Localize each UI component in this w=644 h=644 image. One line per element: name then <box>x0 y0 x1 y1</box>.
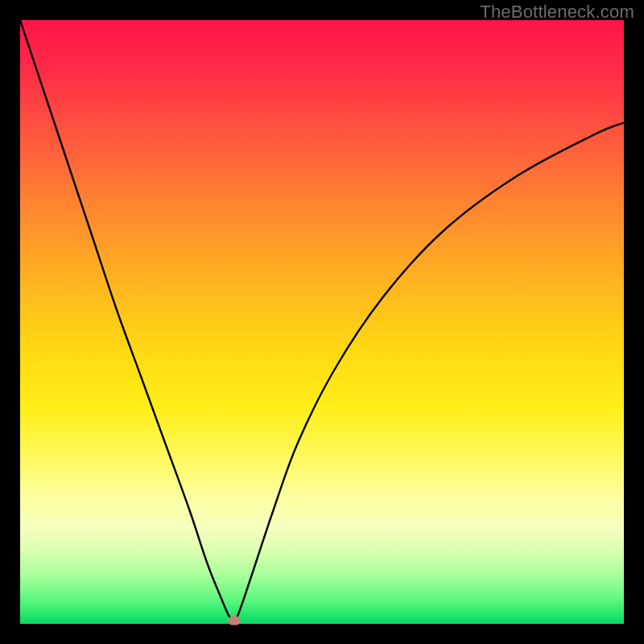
bottleneck-curve <box>20 20 624 624</box>
optimal-point-marker <box>229 617 241 625</box>
plot-area <box>20 20 624 624</box>
chart-frame: TheBottleneck.com <box>0 0 644 644</box>
watermark-text: TheBottleneck.com <box>480 2 634 23</box>
